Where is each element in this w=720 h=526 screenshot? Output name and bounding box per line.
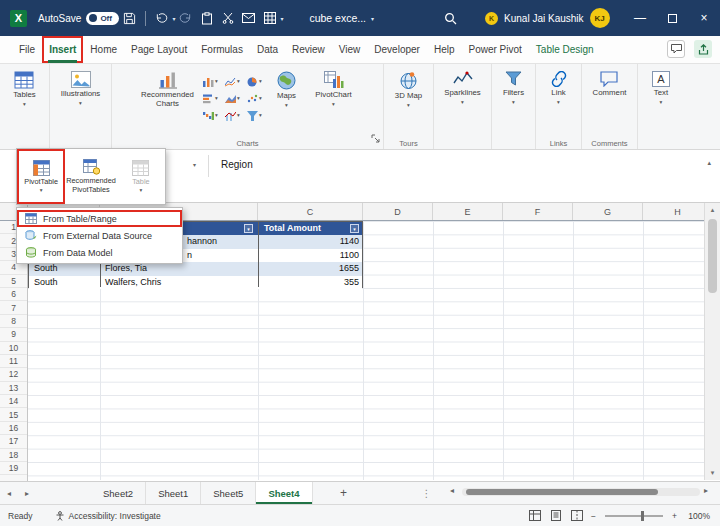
row-header[interactable]: 13: [0, 382, 27, 395]
illustrations-button[interactable]: Illustrations ▾: [59, 68, 102, 109]
row-header[interactable]: 14: [0, 395, 27, 408]
new-sheet-button[interactable]: +: [331, 482, 357, 504]
bar-chart-icon[interactable]: ▾: [200, 90, 222, 107]
cell-c2[interactable]: 1140: [260, 235, 359, 248]
row-header[interactable]: 15: [0, 408, 27, 421]
ribbon-tab[interactable]: Page Layout: [124, 36, 194, 63]
name-box-chevron-icon[interactable]: ▾: [193, 161, 196, 168]
ribbon-tab[interactable]: Power Pivot: [462, 36, 529, 63]
vertical-scrollbar[interactable]: ▴ ▾: [704, 203, 720, 480]
comments-panel-icon[interactable]: [667, 40, 685, 58]
search-icon[interactable]: [440, 7, 461, 29]
row-header[interactable]: 12: [0, 368, 27, 381]
page-layout-view-icon[interactable]: [549, 509, 563, 522]
account-control[interactable]: K Kunal Jai Kaushik KJ: [485, 8, 610, 28]
row-header[interactable]: 5: [0, 275, 27, 288]
row-header[interactable]: 9: [0, 328, 27, 341]
column-chart-icon[interactable]: ▾: [200, 73, 222, 90]
sheet-tab[interactable]: Sheet2: [91, 482, 146, 504]
menu-item-from-external-source[interactable]: From External Data Source: [17, 227, 182, 244]
pivotchart-button[interactable]: PivotChart ▾: [308, 68, 360, 110]
zoom-percent[interactable]: 100%: [684, 511, 710, 521]
row-header[interactable]: 11: [0, 355, 27, 368]
row-header[interactable]: 6: [0, 288, 27, 301]
map3d-button[interactable]: 3D Map ▾: [393, 68, 424, 111]
sheet-next-icon[interactable]: ▸: [18, 482, 36, 504]
zoom-in-icon[interactable]: +: [672, 511, 677, 521]
pie-chart-icon[interactable]: ▾: [244, 73, 266, 90]
sparklines-button[interactable]: Sparklines ▾: [442, 68, 482, 108]
ribbon-tab[interactable]: Review: [285, 36, 332, 63]
sheet-tab[interactable]: Sheet5: [201, 482, 256, 504]
combo-chart-icon[interactable]: ▾: [222, 107, 244, 124]
link-button[interactable]: Link ▾: [548, 68, 570, 108]
maximize-button[interactable]: [656, 0, 688, 36]
scroll-down-icon[interactable]: ▾: [705, 466, 720, 480]
hscroll-right-icon[interactable]: ▸: [704, 486, 708, 495]
hscroll-left-icon[interactable]: ◂: [450, 486, 454, 495]
autosave-toggle[interactable]: Off: [86, 12, 119, 25]
document-title[interactable]: cube exce... ▾: [309, 12, 374, 24]
ribbon-tab[interactable]: Formulas: [194, 36, 250, 63]
zoom-slider-knob[interactable]: [641, 511, 644, 521]
mail-share-icon[interactable]: [238, 7, 259, 29]
maps-button[interactable]: Maps ▾: [266, 68, 308, 111]
ribbon-tab[interactable]: Help: [427, 36, 462, 63]
tab-scroll-divider-icon[interactable]: ⋮: [417, 482, 437, 504]
column-header[interactable]: D: [363, 203, 433, 220]
text-button[interactable]: A Text ▾: [650, 68, 672, 108]
column-header[interactable]: F: [503, 203, 573, 220]
ribbon-tab[interactable]: Data: [250, 36, 285, 63]
row-header[interactable]: 10: [0, 342, 27, 355]
filter-dropdown-icon[interactable]: ▾: [244, 224, 253, 233]
cell-b3-partial[interactable]: n: [187, 249, 192, 262]
menu-item-from-data-model[interactable]: From Data Model: [17, 244, 182, 261]
page-break-view-icon[interactable]: [570, 509, 584, 522]
recommended-charts-button[interactable]: Recommended Charts: [136, 68, 200, 112]
table-quick-icon[interactable]: [259, 7, 280, 29]
normal-view-icon[interactable]: [528, 509, 542, 522]
zoom-slider[interactable]: [605, 515, 663, 517]
autosave-control[interactable]: AutoSave Off: [38, 12, 119, 25]
sheet-tab[interactable]: Sheet4: [256, 482, 312, 504]
cell-c3[interactable]: 1100: [260, 249, 359, 262]
cell-a4[interactable]: South: [34, 262, 58, 275]
row-header[interactable]: 18: [0, 449, 27, 462]
area-chart-icon[interactable]: ▾: [222, 90, 244, 107]
sheet-prev-icon[interactable]: ◂: [0, 482, 18, 504]
sheet-tab[interactable]: Sheet1: [146, 482, 201, 504]
menu-item-from-table-range[interactable]: From Table/Range: [17, 210, 182, 227]
accessibility-status[interactable]: Accessibility: Investigate: [55, 511, 161, 521]
row-header[interactable]: 19: [0, 462, 27, 475]
recommended-pivottables-button[interactable]: Recommended PivotTables: [65, 149, 116, 204]
filter-dropdown-icon[interactable]: ▾: [350, 224, 359, 233]
row-header[interactable]: 16: [0, 422, 27, 435]
horizontal-scrollbar[interactable]: [462, 488, 700, 496]
redo-icon[interactable]: [175, 7, 196, 29]
line-chart-icon[interactable]: ▾: [222, 73, 244, 90]
column-header[interactable]: C: [258, 203, 363, 220]
pivottable-button[interactable]: PivotTable ▾: [17, 149, 65, 204]
save-icon[interactable]: [119, 7, 140, 29]
vertical-scrollbar-thumb[interactable]: [708, 219, 717, 293]
close-button[interactable]: ×: [688, 0, 720, 36]
more-commands-chevron-icon[interactable]: ▾: [280, 15, 283, 22]
cell-b5[interactable]: Walfers, Chris: [105, 276, 161, 289]
cell-b2-partial[interactable]: hannon: [187, 235, 217, 248]
horizontal-scrollbar-thumb[interactable]: [466, 489, 658, 495]
avatar[interactable]: KJ: [590, 8, 610, 28]
row-header[interactable]: 8: [0, 315, 27, 328]
scatter-chart-icon[interactable]: ▾: [244, 90, 266, 107]
comment-button[interactable]: Comment: [591, 68, 629, 101]
ribbon-tab[interactable]: Developer: [367, 36, 427, 63]
row-header[interactable]: 17: [0, 435, 27, 448]
cell-c4[interactable]: 1655: [260, 262, 359, 275]
cell-b4[interactable]: Flores, Tia: [105, 262, 147, 275]
zoom-out-icon[interactable]: −: [591, 511, 596, 521]
column-header[interactable]: H: [643, 203, 704, 220]
ribbon-tab[interactable]: View: [332, 36, 368, 63]
column-header[interactable]: G: [573, 203, 643, 220]
filters-button[interactable]: Filters ▾: [501, 68, 526, 108]
formula-bar-collapse-icon[interactable]: ▴: [707, 159, 711, 167]
clipboard-icon[interactable]: [196, 7, 217, 29]
